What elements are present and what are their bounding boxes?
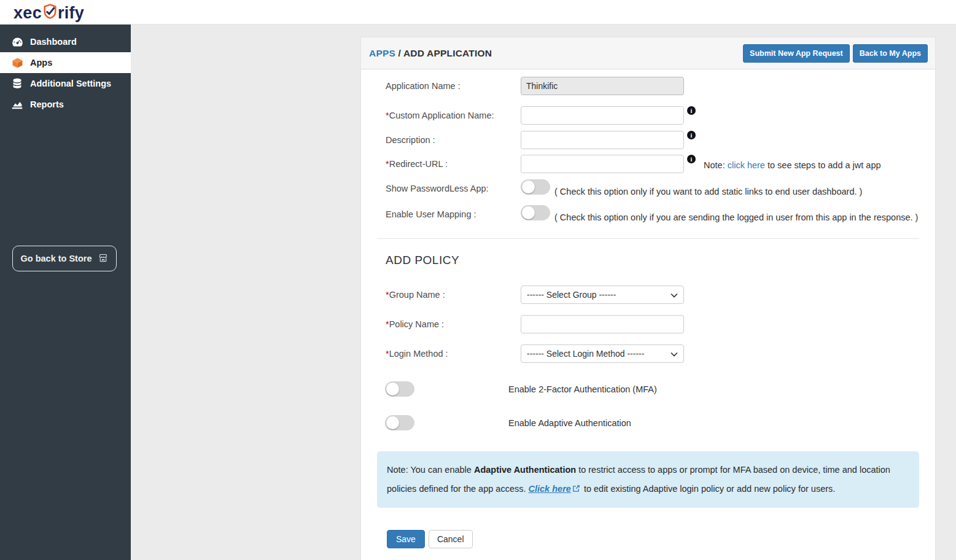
breadcrumb-separator: / bbox=[395, 48, 403, 58]
section-divider bbox=[377, 238, 919, 239]
passwordless-label: Show PasswordLess App: bbox=[386, 179, 521, 193]
breadcrumb-apps-link[interactable]: APPS bbox=[369, 48, 395, 58]
adaptive-label: Enable Adaptive Authentication bbox=[508, 418, 631, 428]
group-name-select[interactable]: ------ Select Group ------ bbox=[521, 286, 684, 304]
external-link-icon bbox=[571, 484, 581, 494]
adaptive-auth-bold: Adaptive Authentication bbox=[474, 465, 576, 475]
info-icon[interactable]: i bbox=[687, 131, 696, 139]
sidebar-item-label: Dashboard bbox=[30, 37, 77, 47]
adaptive-note-box: Note: You can enable Adaptive Authentica… bbox=[377, 451, 919, 508]
logo-shield-icon bbox=[42, 2, 58, 25]
group-name-selected-value: ------ Select Group ------ bbox=[527, 290, 616, 300]
info-icon[interactable]: i bbox=[687, 106, 696, 115]
sidebar-item-additional-settings[interactable]: Additional Settings bbox=[0, 73, 131, 94]
store-icon bbox=[98, 253, 109, 265]
group-name-label: *Group Name : bbox=[386, 286, 521, 300]
adaptive-toggle[interactable] bbox=[385, 415, 414, 430]
add-application-card: APPS / ADD APPLICATION Submit New App Re… bbox=[360, 37, 936, 560]
mfa-toggle[interactable] bbox=[385, 381, 414, 397]
application-name-label: Application Name : bbox=[386, 77, 521, 91]
chevron-down-icon bbox=[670, 290, 678, 300]
breadcrumb-current: ADD APPLICATION bbox=[403, 48, 492, 58]
sidebar-item-label: Reports bbox=[30, 99, 64, 109]
info-icon[interactable]: i bbox=[687, 155, 696, 163]
adaptive-click-here-link[interactable]: Click here bbox=[529, 484, 571, 494]
sidebar: Dashboard Apps Additional Settings bbox=[0, 25, 131, 560]
save-button[interactable]: Save bbox=[387, 530, 425, 548]
app-logo: xec rify bbox=[14, 2, 84, 25]
logo-text-suffix: rify bbox=[58, 4, 84, 23]
policy-name-input[interactable] bbox=[521, 315, 684, 333]
add-policy-heading: ADD POLICY bbox=[386, 254, 919, 267]
application-name-input bbox=[521, 77, 684, 95]
passwordless-toggle[interactable] bbox=[521, 179, 550, 195]
user-mapping-toggle[interactable] bbox=[521, 205, 550, 220]
top-bar: xec rify bbox=[0, 0, 956, 25]
passwordless-hint: ( Check this option only if you want to … bbox=[554, 187, 862, 196]
sidebar-item-dashboard[interactable]: Dashboard bbox=[0, 31, 131, 52]
card-header: APPS / ADD APPLICATION Submit New App Re… bbox=[361, 37, 935, 69]
user-mapping-label: Enable User Mapping : bbox=[386, 205, 521, 219]
database-icon bbox=[10, 78, 25, 89]
user-mapping-hint: ( Check this option only if you are send… bbox=[554, 212, 918, 222]
sidebar-item-label: Additional Settings bbox=[30, 79, 111, 88]
login-method-label: *Login Method : bbox=[386, 344, 521, 359]
jwt-click-here-link[interactable]: click here bbox=[728, 160, 765, 170]
redirect-note: Note: click here to see steps to add a j… bbox=[704, 160, 881, 173]
cancel-button[interactable]: Cancel bbox=[429, 530, 473, 548]
apps-cube-icon bbox=[10, 57, 25, 69]
sidebar-item-apps[interactable]: Apps bbox=[0, 52, 131, 73]
sidebar-item-label: Apps bbox=[30, 58, 52, 68]
redirect-url-label: *Redirect-URL : bbox=[386, 155, 521, 169]
submit-new-app-request-button[interactable]: Submit New App Request bbox=[743, 44, 850, 63]
description-input[interactable] bbox=[521, 131, 684, 149]
mfa-label: Enable 2-Factor Authentication (MFA) bbox=[508, 384, 657, 394]
go-back-to-store-button[interactable]: Go back to Store bbox=[12, 246, 117, 271]
chart-area-icon bbox=[10, 100, 25, 109]
store-button-label: Go back to Store bbox=[20, 254, 91, 263]
breadcrumb: APPS / ADD APPLICATION bbox=[369, 48, 492, 59]
custom-application-name-input[interactable] bbox=[521, 106, 684, 125]
description-label: Description : bbox=[386, 131, 521, 145]
logo-text-prefix: xec bbox=[14, 4, 42, 23]
login-method-selected-value: ------ Select Login Method ------ bbox=[527, 349, 644, 359]
back-to-my-apps-button[interactable]: Back to My Apps bbox=[853, 44, 928, 63]
dashboard-icon bbox=[10, 37, 25, 47]
chevron-down-icon bbox=[670, 349, 678, 359]
sidebar-item-reports[interactable]: Reports bbox=[0, 94, 131, 115]
redirect-url-input[interactable] bbox=[521, 155, 684, 173]
login-method-select[interactable]: ------ Select Login Method ------ bbox=[521, 344, 684, 363]
policy-name-label: *Policy Name : bbox=[386, 315, 521, 329]
main-content: APPS / ADD APPLICATION Submit New App Re… bbox=[131, 25, 956, 560]
custom-application-name-label: *Custom Application Name: bbox=[386, 106, 521, 120]
